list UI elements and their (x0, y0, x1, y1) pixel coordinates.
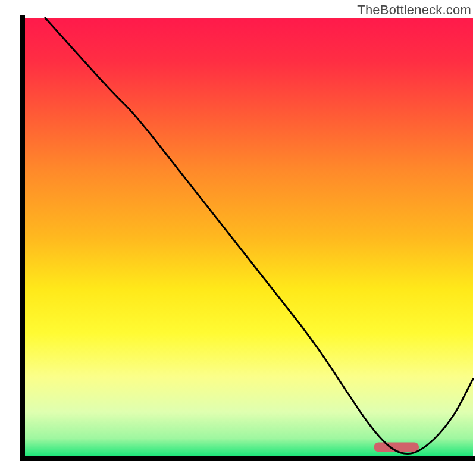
gradient-background (25, 18, 473, 456)
chart-container (0, 0, 476, 476)
bottleneck-chart (0, 0, 476, 476)
watermark-text: TheBottleneck.com (357, 2, 471, 18)
